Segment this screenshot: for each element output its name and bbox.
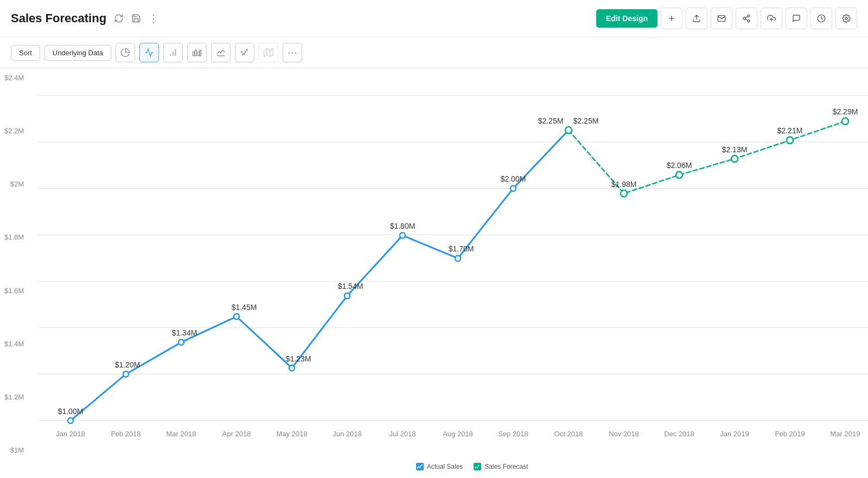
svg-text:Nov 2018: Nov 2018 (609, 430, 639, 438)
svg-text:Mar 2018: Mar 2018 (167, 430, 196, 438)
svg-text:Dec 2018: Dec 2018 (664, 430, 694, 438)
svg-text:Aug 2018: Aug 2018 (443, 430, 473, 438)
svg-text:$1.98M: $1.98M (611, 179, 637, 188)
svg-text:$1.45M: $1.45M (232, 302, 257, 311)
sales-chart: $1.00M $1.20M $1.34M $1.45M $1.23M $1.54… (38, 74, 868, 454)
svg-point-22 (244, 53, 245, 54)
svg-point-4 (743, 17, 745, 20)
svg-point-45 (621, 190, 627, 197)
toolbar: Sort Underlying Data ⋯ (0, 37, 868, 68)
svg-text:$1.70M: $1.70M (449, 244, 474, 253)
svg-point-39 (344, 293, 350, 299)
svg-text:May 2018: May 2018 (276, 430, 307, 438)
line-chart-button[interactable] (139, 43, 159, 62)
svg-text:$1.00M: $1.00M (58, 406, 84, 415)
svg-point-38 (289, 365, 295, 371)
edit-design-button[interactable]: Edit Design (596, 9, 658, 28)
svg-point-3 (748, 15, 750, 17)
svg-text:$2.25M: $2.25M (538, 117, 564, 125)
svg-text:Sep 2018: Sep 2018 (498, 430, 528, 438)
bar-chart-button[interactable] (163, 43, 183, 62)
svg-text:$1.23M: $1.23M (286, 354, 311, 363)
svg-text:Mar 2019: Mar 2019 (831, 430, 860, 438)
area-chart-button[interactable] (211, 43, 231, 62)
svg-text:$1.34M: $1.34M (172, 328, 197, 337)
share-button[interactable] (736, 8, 757, 29)
svg-point-46 (676, 172, 682, 178)
map-button[interactable] (259, 43, 278, 62)
svg-text:Feb 2018: Feb 2018 (111, 430, 141, 438)
svg-text:Jun 2018: Jun 2018 (333, 430, 361, 438)
svg-point-42 (510, 185, 516, 191)
mail-button[interactable] (711, 8, 732, 29)
svg-text:$2.00M: $2.00M (501, 175, 526, 183)
svg-rect-14 (193, 52, 195, 56)
more-options-icon[interactable]: ⋮ (148, 12, 159, 24)
underlying-data-button[interactable]: Underlying Data (44, 45, 111, 61)
y-axis-label-1-8m: $1.8M (4, 233, 24, 241)
header-left: Sales Forecating ⋮ (11, 11, 159, 25)
svg-text:Oct 2018: Oct 2018 (554, 430, 583, 438)
header-right: Edit Design (596, 8, 857, 29)
pie-chart-button[interactable] (116, 43, 135, 62)
legend-forecast: Sales Forecast (474, 463, 528, 470)
svg-point-34 (68, 418, 73, 423)
page-title: Sales Forecating (11, 11, 106, 25)
svg-point-5 (748, 20, 750, 22)
svg-point-48 (787, 137, 793, 144)
history-button[interactable] (810, 8, 832, 29)
svg-rect-15 (195, 50, 196, 56)
svg-marker-23 (264, 49, 273, 57)
legend-actual-sales: Actual Sales (416, 463, 463, 470)
svg-rect-16 (198, 52, 200, 56)
svg-point-21 (241, 51, 242, 52)
scatter-chart-button[interactable] (235, 43, 254, 62)
page: Sales Forecating ⋮ Edit Design (0, 0, 868, 478)
svg-point-37 (234, 314, 239, 319)
svg-point-19 (245, 51, 246, 52)
svg-point-49 (842, 118, 848, 125)
export-button[interactable] (686, 8, 707, 29)
svg-text:$1.80M: $1.80M (390, 222, 416, 230)
comment-button[interactable] (786, 8, 807, 29)
y-axis-label-1-6m: $1.6M (4, 287, 24, 295)
svg-line-7 (745, 16, 748, 18)
settings-button[interactable] (835, 8, 857, 29)
svg-point-41 (455, 256, 461, 261)
y-axis-label-2-2m: $2.2M (4, 127, 24, 135)
svg-text:$1.20M: $1.20M (115, 360, 141, 369)
svg-point-35 (123, 371, 129, 377)
save-icon[interactable] (130, 12, 142, 24)
svg-text:Feb 2019: Feb 2019 (775, 430, 805, 438)
legend-actual-label: Actual Sales (427, 463, 463, 470)
refresh-icon[interactable] (113, 12, 125, 24)
svg-text:Jan 2019: Jan 2019 (720, 430, 749, 438)
svg-rect-17 (200, 50, 201, 56)
y-axis-label-2-4m: $2.4M (4, 74, 24, 82)
svg-text:Jan 2018: Jan 2018 (56, 430, 85, 438)
svg-point-44 (565, 127, 572, 133)
svg-text:Jul 2018: Jul 2018 (389, 430, 416, 438)
y-axis-label-1-2m: $1.2M (4, 393, 24, 401)
svg-text:$2.13M: $2.13M (722, 145, 748, 153)
legend-forecast-label: Sales Forecast (484, 463, 528, 470)
grouped-bar-button[interactable] (187, 43, 207, 62)
svg-text:$1.54M: $1.54M (338, 282, 363, 290)
svg-text:Apr 2018: Apr 2018 (222, 430, 251, 438)
y-axis-label-1m: $1M (10, 446, 24, 454)
add-button[interactable] (661, 8, 682, 29)
y-axis-label-2m: $2M (10, 180, 24, 188)
header: Sales Forecating ⋮ Edit Design (0, 0, 868, 37)
upload-button[interactable] (761, 8, 782, 29)
svg-point-40 (400, 232, 405, 238)
svg-line-6 (745, 19, 748, 21)
sort-button[interactable]: Sort (11, 45, 40, 61)
chart-legend: Actual Sales Sales Forecast (38, 463, 868, 470)
svg-text:$2.06M: $2.06M (667, 161, 692, 170)
chart-area: $1.00M $1.20M $1.34M $1.45M $1.23M $1.54… (0, 68, 868, 476)
svg-text:$2.29M: $2.29M (833, 107, 858, 116)
more-chart-options[interactable]: ⋯ (283, 43, 302, 62)
svg-text:$2.21M: $2.21M (777, 126, 803, 135)
svg-point-47 (731, 156, 738, 162)
svg-point-36 (178, 339, 184, 345)
